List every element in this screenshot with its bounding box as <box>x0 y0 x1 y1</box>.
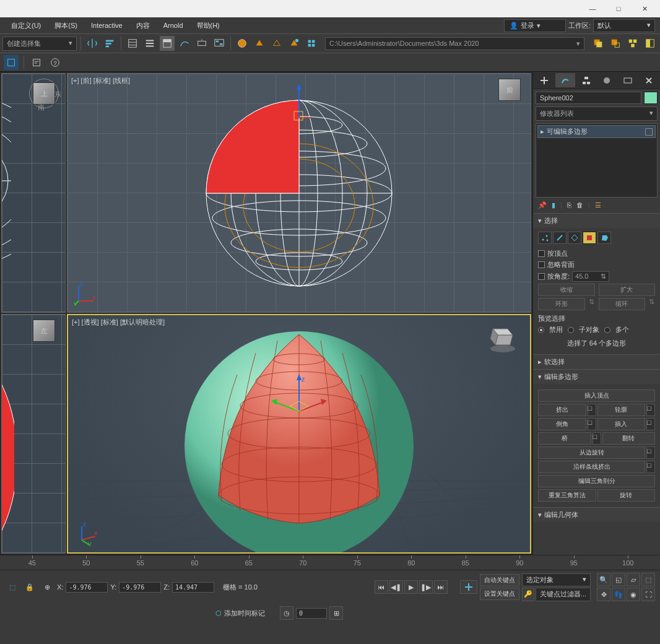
hinge-settings[interactable]: □ <box>646 446 655 459</box>
tab-utilities[interactable] <box>639 73 659 87</box>
menu-script[interactable]: 脚本(S) <box>48 19 84 32</box>
hinge-button[interactable]: 从边旋转 <box>538 446 645 459</box>
orbit-icon[interactable]: ◉ <box>627 588 640 601</box>
tab-create[interactable] <box>534 73 554 87</box>
subobj-border[interactable] <box>568 232 581 244</box>
angle-input[interactable]: 45.0⇅ <box>572 271 609 282</box>
rollout-edit-polygons-header[interactable]: ▾ 编辑多边形 <box>533 370 660 384</box>
goto-start-button[interactable]: ⏮ <box>375 580 388 594</box>
z-coord-input[interactable] <box>172 582 214 593</box>
loop-button[interactable]: 循环 <box>599 298 646 310</box>
selection-lock-icon[interactable]: ⬚ <box>5 580 20 594</box>
extrude-spline-settings[interactable]: □ <box>646 461 655 473</box>
viewport-perspective[interactable]: [+] [透视] [标准] [默认明暗处理] z <box>67 314 531 554</box>
outline-settings[interactable]: □ <box>646 404 655 416</box>
outline-button[interactable]: 轮廓 <box>597 404 646 416</box>
project-path-dropdown[interactable]: C:\Users\Administrator\Documents\3ds Max… <box>325 37 584 50</box>
motion-panel-icon[interactable] <box>643 36 658 51</box>
goto-end-button[interactable]: ⏭ <box>434 580 448 594</box>
pin-stack-icon[interactable]: 📌 <box>538 201 547 209</box>
dope-sheet-icon[interactable] <box>194 36 209 51</box>
mirror-icon[interactable] <box>85 36 100 51</box>
expand-icon[interactable]: ▸ <box>541 128 544 136</box>
rollout-soft-selection-header[interactable]: ▸ 软选择 <box>533 355 660 369</box>
grow-button[interactable]: 扩大 <box>599 284 656 296</box>
viewcube-left[interactable]: 左 <box>29 320 59 349</box>
subobj-vertex[interactable] <box>538 232 552 244</box>
menu-interactive[interactable]: Interactive <box>85 20 129 31</box>
cubemap-icon[interactable]: ⬡ <box>215 609 222 617</box>
key-mode-toggle[interactable] <box>460 580 477 594</box>
modify-panel-icon[interactable] <box>608 36 623 51</box>
insert-vertex-button[interactable]: 插入顶点 <box>538 389 655 402</box>
current-frame-input[interactable] <box>296 608 327 619</box>
hierarchy-panel-icon[interactable] <box>625 36 640 51</box>
show-end-result-icon[interactable]: ▮ <box>552 201 555 209</box>
menu-content[interactable]: 内容 <box>130 19 156 32</box>
retriangulate-button[interactable]: 重复三角算法 <box>538 489 596 502</box>
modifier-stack[interactable]: ▸ 可编辑多边形 <box>536 123 658 198</box>
viewcube-perspective[interactable] <box>488 324 518 354</box>
key-filter-dropdown[interactable]: 关键点过滤器... <box>536 588 591 601</box>
subobj-element[interactable] <box>597 232 611 244</box>
viewport-persp-label[interactable]: [+] [透视] [标准] [默认明暗处理] <box>72 318 165 327</box>
schematic-view-icon[interactable] <box>212 36 227 51</box>
flip-button[interactable]: 翻转 <box>602 432 656 445</box>
menu-customize[interactable]: 自定义(U) <box>5 19 47 32</box>
by-angle-checkbox[interactable] <box>538 273 545 280</box>
set-key-button[interactable]: 设置关键点 <box>480 588 519 600</box>
extrude-spline-button[interactable]: 沿样条线挤出 <box>538 461 645 473</box>
time-snap-icon[interactable]: ⊞ <box>329 606 343 620</box>
subobj-polygon[interactable] <box>583 232 596 244</box>
login-button[interactable]: 👤 登录 ▾ <box>504 19 566 32</box>
toggle-ribbon-icon[interactable] <box>160 36 175 51</box>
bevel-settings[interactable]: □ <box>588 418 596 430</box>
bevel-button[interactable]: 倒角 <box>538 418 586 430</box>
menu-help[interactable]: 帮助(H) <box>191 19 226 32</box>
by-vertex-checkbox[interactable] <box>538 250 545 257</box>
minimize-button[interactable]: — <box>580 1 606 16</box>
lock-icon[interactable]: 🔒 <box>22 580 37 594</box>
viewcube-top[interactable]: 上 东 南 <box>29 79 59 108</box>
viewport-front-label[interactable]: [+] [前] [标准] [线框] <box>71 76 130 85</box>
modifier-list-dropdown[interactable]: 修改器列表▾ <box>536 107 658 121</box>
render-production-icon[interactable] <box>287 36 302 51</box>
edit-tri-button[interactable]: 编辑三角剖分 <box>538 475 655 487</box>
listener-icon[interactable] <box>29 55 44 70</box>
workspace-dropdown[interactable]: 默认▾ <box>593 19 655 32</box>
transform-type-icon[interactable]: ⊕ <box>40 580 54 594</box>
menu-arnold[interactable]: Arnold <box>157 20 189 31</box>
walk-icon[interactable]: 👣 <box>612 588 625 601</box>
x-coord-input[interactable] <box>66 582 108 593</box>
preview-multi-radio[interactable] <box>604 327 610 333</box>
zoom-icon[interactable]: 🔍 <box>597 573 610 586</box>
zoom-extents-icon[interactable]: ⬚ <box>641 573 655 586</box>
gizmo-front[interactable] <box>287 84 311 121</box>
render-frame-icon[interactable] <box>269 36 284 51</box>
viewport-left[interactable]: 左 <box>1 314 66 554</box>
inset-button[interactable]: 插入 <box>597 418 646 430</box>
bridge-button[interactable]: 桥 <box>538 432 591 445</box>
slate-material-icon[interactable] <box>304 36 319 51</box>
tab-modify[interactable] <box>555 73 575 87</box>
prev-frame-button[interactable]: ◀❚ <box>389 580 403 594</box>
timeline[interactable]: 45 50 55 60 65 70 75 80 85 90 95 100 <box>0 555 660 570</box>
close-button[interactable]: ✕ <box>632 1 658 16</box>
preview-disabled-radio[interactable] <box>538 327 544 333</box>
preview-subobj-radio[interactable] <box>568 327 574 333</box>
shrink-button[interactable]: 收缩 <box>538 284 595 296</box>
viewcube-front[interactable]: 前 <box>495 79 524 108</box>
rollout-edit-geometry-header[interactable]: ▾ 编辑几何体 <box>533 508 660 522</box>
play-button[interactable]: ▶ <box>404 580 418 594</box>
object-color-swatch[interactable] <box>644 92 658 104</box>
subobj-edge[interactable] <box>553 232 567 244</box>
create-panel-icon[interactable] <box>591 36 606 51</box>
align-icon[interactable] <box>102 36 117 51</box>
extrude-button[interactable]: 挤出 <box>538 404 586 416</box>
auto-key-button[interactable]: 自动关键点 <box>480 574 519 586</box>
tab-display[interactable] <box>618 73 638 87</box>
extrude-settings[interactable]: □ <box>588 404 596 416</box>
object-name-input[interactable] <box>536 92 641 104</box>
modifier-editable-poly[interactable]: ▸ 可编辑多边形 <box>537 125 656 138</box>
viewport-top[interactable]: 上 东 南 <box>1 73 66 313</box>
